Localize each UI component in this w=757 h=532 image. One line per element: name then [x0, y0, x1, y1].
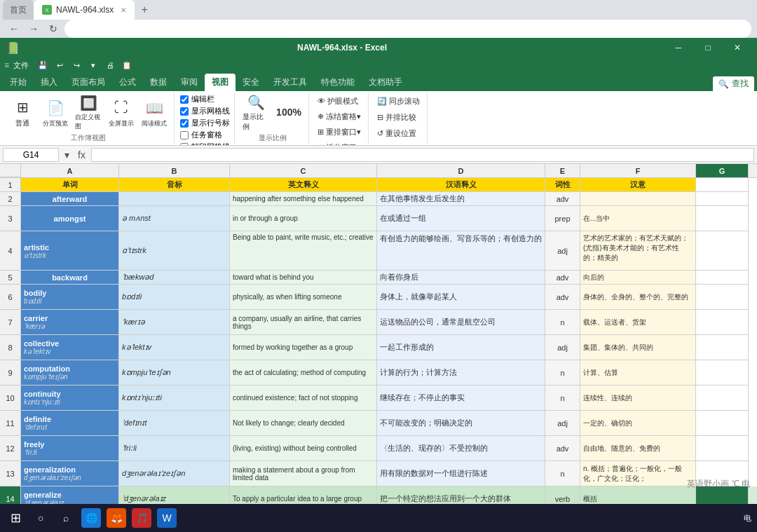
save-quick-btn[interactable]: 💾 [36, 58, 50, 72]
cell-english-10[interactable]: continued existence; fact of not stoppin… [230, 386, 377, 411]
row-header-7[interactable]: 7 [0, 310, 20, 335]
cell-pos-2[interactable]: adv [545, 192, 580, 206]
cell-phonetic-6[interactable]: bɒdɪli [119, 285, 230, 310]
normal-view-btn[interactable]: ⊞ 普通 [7, 94, 38, 132]
cell-phonetic-9[interactable]: kɒmpjuˈteɪʃən [119, 360, 230, 386]
freeze-pane-btn[interactable]: ❄ 冻结窗格▾ [315, 109, 364, 123]
cell-hanyi-3[interactable]: 在...当中 [580, 206, 696, 231]
cell-phonetic-10[interactable]: kɒntɪˈnjuːɪti [119, 386, 230, 411]
copy-btn[interactable]: 📋 [120, 58, 134, 72]
cell-chinese-10[interactable]: 继续存在；不停止的事实 [377, 386, 545, 411]
protect-mode-btn[interactable]: 👁 护眼模式 [315, 94, 361, 108]
cell-word-13[interactable]: generalization dʒenərəlaɪˈzeɪʃən [21, 461, 119, 486]
cell-phonetic-4[interactable]: ɑˈtɪstrk [119, 231, 230, 271]
cell-pos-4[interactable]: adj [545, 231, 580, 271]
cell-english-6[interactable]: physically, as when lifting someone [230, 285, 377, 310]
cell-english-9[interactable]: the act of calculating; method of comput… [230, 360, 377, 386]
cell-hanyi-5[interactable]: 向后的 [580, 271, 696, 285]
custom-view-btn[interactable]: 🔲 自定义视图 [73, 94, 104, 132]
cell-english-8[interactable]: formed by working together as a group [230, 335, 377, 360]
row-header-12[interactable]: 12 [0, 436, 20, 461]
tab-review[interactable]: 审阅 [174, 74, 205, 91]
cell-chinese-9[interactable]: 计算的行为；计算方法 [377, 360, 545, 386]
cell-chinese-11[interactable]: 不可能改变的；明确决定的 [377, 411, 545, 436]
cell-phonetic-3[interactable]: ə mʌnst [119, 206, 230, 231]
back-button[interactable]: ← [6, 20, 22, 37]
maximize-button[interactable]: □ [694, 38, 722, 57]
cell-word-6[interactable]: bodily bɒdɪli [21, 285, 119, 310]
tab-excel[interactable]: X NAWL-964.xlsx ✕ [34, 0, 135, 20]
cell-hanyi-10[interactable]: 连续性、连续的 [580, 386, 696, 411]
cell-english-5[interactable]: toward what is behind you [230, 271, 377, 285]
zoom-btn[interactable]: 🔍 显示比例 [240, 94, 271, 132]
cell-pos-10[interactable]: n [545, 386, 580, 411]
cell-word-5[interactable]: backward [21, 271, 119, 285]
cell-word-4[interactable]: artistic ɑˈtɪstrk [21, 231, 119, 271]
cell-pos-6[interactable]: adv [545, 285, 580, 310]
cell-hanyi-2[interactable] [580, 192, 696, 206]
tab-home-ribbon[interactable]: 开始 [3, 74, 34, 91]
music-btn[interactable]: 🎵 [132, 508, 151, 528]
cell-chinese-3[interactable]: 在或通过一组 [377, 206, 545, 231]
col-header-b[interactable]: B [119, 164, 230, 177]
cell-hanyi-13[interactable]: n. 概括；普遍化；一般化，一般化，广文化；泛化； [580, 461, 696, 486]
cell-word-12[interactable]: freely ˈfriːli [21, 436, 119, 461]
cell-chinese-13[interactable]: 用有限的数据对一个组进行陈述 [377, 461, 545, 486]
col-header-e[interactable]: E [545, 164, 580, 177]
cell-hanyi-8[interactable]: 集团、集体的、共同的 [580, 335, 696, 360]
tab-special[interactable]: 特色功能 [314, 74, 362, 91]
reset-pos-btn[interactable]: ↺ 重设位置 [374, 126, 419, 140]
row-header-6[interactable]: 6 [0, 285, 20, 310]
cell-hanyi-9[interactable]: 计算、估算 [580, 360, 696, 386]
row-header-8[interactable]: 8 [0, 335, 20, 360]
parallel-compare-btn[interactable]: ⊟ 并排比较 [374, 110, 419, 124]
tab-security[interactable]: 安全 [236, 74, 266, 91]
cell-pos-13[interactable]: n [545, 461, 580, 486]
row-header-10[interactable]: 10 [0, 386, 20, 411]
minimize-button[interactable]: ─ [664, 38, 693, 57]
cell-chinese-7[interactable]: 运送物品的公司，通常是航空公司 [377, 310, 545, 335]
cell-pos-3[interactable]: prep [545, 206, 580, 231]
col-header-f[interactable]: F [580, 164, 696, 177]
row-header-3[interactable]: 3 [0, 206, 20, 231]
forward-button[interactable]: → [25, 20, 42, 37]
cell-word-11[interactable]: definite ˈdefɪnɪt [21, 411, 119, 436]
zoom100-btn[interactable]: 100% [273, 94, 304, 132]
cell-chinese-8[interactable]: 一起工作形成的 [377, 335, 545, 360]
new-tab-button[interactable]: + [135, 0, 154, 20]
fullscreen-btn[interactable]: ⛶ 全屏显示 [106, 94, 137, 132]
row-header-2[interactable]: 2 [0, 192, 20, 206]
rowcol-input[interactable] [180, 119, 189, 128]
split-btn[interactable]: ⊟ 拆分窗口 [315, 140, 360, 146]
cell-word-7[interactable]: carrier ˈkærɪə [21, 310, 119, 335]
file-menu[interactable]: 文件 [13, 60, 29, 71]
checkbox-taskpane[interactable]: 任务窗格 [180, 130, 230, 140]
cell-english-3[interactable]: in or through a group [230, 206, 377, 231]
cell-word-8[interactable]: collective kəˈlektɪv [21, 335, 119, 360]
cell-pos-8[interactable]: adj [545, 335, 580, 360]
formula-input[interactable] [91, 148, 754, 162]
search-box[interactable]: 🔍 查找 [713, 76, 754, 91]
cell-english-2[interactable]: happening after something else happened [230, 192, 377, 206]
task-view-btn[interactable]: ⌕ [56, 508, 76, 528]
cell-english-11[interactable]: Not likely to change; clearly decided [230, 411, 377, 436]
cell-word-2[interactable]: afterward [21, 192, 119, 206]
checkbox-editbar[interactable]: 编辑栏 [180, 94, 230, 104]
row-header-9[interactable]: 9 [0, 360, 20, 386]
close-button[interactable]: ✕ [723, 38, 751, 57]
wps-btn[interactable]: W [157, 508, 177, 528]
cell-chinese-5[interactable]: 向着你身后 [377, 271, 545, 285]
cell-word-10[interactable]: continuity kɒntɪˈnjuːɪti [21, 386, 119, 411]
cell-phonetic-5[interactable]: ˈbækwəd [119, 271, 230, 285]
close-tab-button[interactable]: ✕ [121, 6, 126, 14]
cell-phonetic-7[interactable]: ˈkærɪə [119, 310, 230, 335]
cell-phonetic-12[interactable]: ˈfriːli [119, 436, 230, 461]
tab-developer[interactable]: 开发工具 [266, 74, 314, 91]
cell-hanyi-7[interactable]: 载体、运送者、货架 [580, 310, 696, 335]
undo-btn[interactable]: ↩ [53, 58, 67, 72]
tab-dochelper[interactable]: 文档助手 [362, 74, 409, 91]
tab-formulas[interactable]: 公式 [112, 74, 143, 91]
cell-reference[interactable] [3, 148, 59, 162]
reading-mode-btn[interactable]: 📖 阅读模式 [139, 94, 170, 132]
editbar-input[interactable] [180, 95, 189, 104]
